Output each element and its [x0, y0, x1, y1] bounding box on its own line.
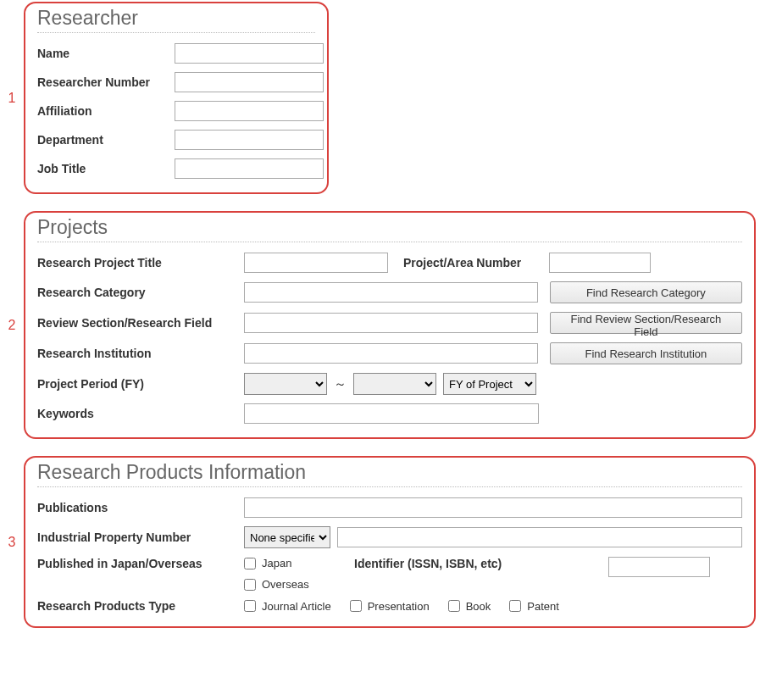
review-section-label: Review Section/Research Field	[37, 316, 244, 330]
overseas-checkbox[interactable]	[244, 579, 256, 591]
japan-option[interactable]: Japan	[244, 557, 354, 569]
project-title-input[interactable]	[244, 253, 388, 273]
book-checkbox[interactable]	[448, 600, 460, 612]
patent-label: Patent	[527, 600, 559, 613]
research-institution-label: Research Institution	[37, 347, 244, 360]
researcher-panel: Researcher Name Researcher Number Affili…	[24, 2, 329, 194]
project-title-label: Research Project Title	[37, 256, 244, 269]
name-label: Name	[37, 47, 175, 60]
ipn-label: Industrial Property Number	[37, 531, 244, 544]
researcher-title: Researcher	[37, 7, 315, 30]
publications-label: Publications	[37, 501, 244, 514]
products-panel: Research Products Information Publicatio…	[24, 456, 756, 628]
period-to-select[interactable]	[353, 373, 436, 395]
divider	[37, 486, 742, 487]
journal-checkbox[interactable]	[244, 600, 256, 612]
find-review-section-button[interactable]: Find Review Section/Research Field	[550, 312, 742, 334]
keywords-input[interactable]	[244, 403, 539, 424]
products-type-label: Research Products Type	[37, 599, 244, 613]
project-area-number-label: Project/Area Number	[403, 256, 549, 269]
projects-title: Projects	[37, 216, 742, 239]
research-category-input[interactable]	[244, 282, 538, 303]
department-label: Department	[37, 133, 175, 147]
japan-label: Japan	[262, 557, 291, 569]
journal-option[interactable]: Journal Article	[244, 600, 331, 613]
research-category-label: Research Category	[37, 286, 244, 299]
book-label: Book	[466, 600, 491, 613]
project-area-number-input[interactable]	[549, 253, 651, 273]
identifier-input[interactable]	[608, 557, 710, 577]
projects-panel: Projects Research Project Title Project/…	[24, 211, 756, 439]
find-research-institution-button[interactable]: Find Research Institution	[550, 342, 742, 364]
review-section-input[interactable]	[244, 313, 538, 333]
period-from-select[interactable]	[244, 373, 327, 395]
products-title: Research Products Information	[37, 461, 742, 484]
fy-of-project-select[interactable]: FY of Project	[443, 373, 536, 395]
presentation-label: Presentation	[368, 600, 430, 613]
patent-option[interactable]: Patent	[509, 600, 559, 613]
research-institution-input[interactable]	[244, 343, 538, 364]
book-option[interactable]: Book	[448, 600, 491, 613]
affiliation-input[interactable]	[175, 101, 324, 121]
overseas-label: Overseas	[262, 578, 309, 591]
find-research-category-button[interactable]: Find Research Category	[550, 281, 742, 303]
job-title-label: Job Title	[37, 162, 175, 175]
divider	[37, 242, 742, 242]
annotation-number-2: 2	[0, 318, 24, 333]
journal-label: Journal Article	[262, 600, 331, 613]
job-title-input[interactable]	[175, 158, 324, 179]
name-input[interactable]	[175, 43, 324, 64]
annotation-number-3: 3	[0, 535, 24, 550]
researcher-number-input[interactable]	[175, 72, 324, 92]
publications-input[interactable]	[244, 497, 742, 518]
identifier-label: Identifier (ISSN, ISBN, etc)	[354, 557, 608, 570]
tilde-separator: ～	[334, 376, 347, 392]
divider	[37, 32, 315, 33]
published-in-label: Published in Japan/Overseas	[37, 557, 244, 570]
overseas-option[interactable]: Overseas	[244, 578, 354, 591]
patent-checkbox[interactable]	[509, 600, 521, 612]
presentation-option[interactable]: Presentation	[350, 600, 430, 613]
annotation-number-1: 1	[0, 91, 24, 106]
affiliation-label: Affiliation	[37, 104, 175, 118]
ipn-input[interactable]	[337, 527, 742, 547]
keywords-label: Keywords	[37, 407, 244, 420]
researcher-number-label: Researcher Number	[37, 75, 175, 89]
japan-checkbox[interactable]	[244, 558, 256, 569]
presentation-checkbox[interactable]	[350, 600, 362, 612]
department-input[interactable]	[175, 130, 324, 150]
ipn-select[interactable]: None specified	[244, 526, 330, 548]
project-period-label: Project Period (FY)	[37, 377, 244, 391]
